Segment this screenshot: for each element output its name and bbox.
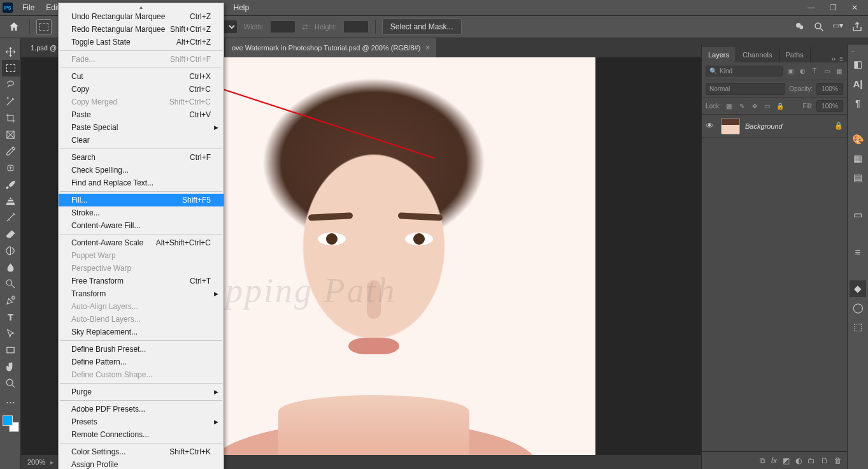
menu-item-define-pattern[interactable]: Define Pattern... (59, 356, 224, 368)
lock-transparent-icon[interactable]: ▩ (725, 102, 734, 111)
panel-menu-icon[interactable]: ≡ (839, 55, 843, 62)
close-tab-icon[interactable]: × (425, 43, 430, 52)
adjustments-panel-icon[interactable]: ≡ (850, 243, 866, 260)
group-icon[interactable]: 🗀 (808, 456, 815, 465)
filter-type-icon[interactable]: T (810, 67, 819, 76)
character-panel-icon[interactable]: A| (850, 75, 866, 92)
menu-item-search[interactable]: SearchCtrl+F (59, 151, 224, 164)
pen-tool[interactable] (2, 292, 20, 308)
menu-item-stroke[interactable]: Stroke... (59, 206, 224, 219)
lock-position-icon[interactable]: ✥ (750, 102, 759, 111)
filter-smart-icon[interactable]: ▦ (834, 67, 843, 76)
layer-thumbnail[interactable] (721, 118, 740, 134)
color-swatches[interactable] (3, 415, 19, 432)
menu-item-define-brush-preset[interactable]: Define Brush Preset... (59, 343, 224, 356)
menu-item-transform[interactable]: Transform▶ (59, 287, 224, 300)
menu-item-adobe-pdf-presets[interactable]: Adobe PDF Presets... (59, 403, 224, 415)
cloud-docs-icon[interactable] (794, 21, 806, 32)
filter-adjust-icon[interactable]: ◐ (798, 67, 807, 76)
edit-menu-dropdown[interactable]: ▲ Undo Rectangular MarqueeCtrl+ZRedo Rec… (58, 3, 224, 469)
document-tab[interactable]: 1.psd @ (24, 38, 60, 57)
share-icon[interactable] (851, 21, 863, 32)
menu-help[interactable]: Help (227, 1, 255, 15)
minimize-button[interactable]: — (800, 1, 822, 15)
scroll-up-arrow-icon[interactable]: ▲ (59, 5, 224, 10)
dodge-tool[interactable] (2, 275, 20, 292)
menu-file[interactable]: File (17, 1, 40, 15)
libraries-panel-icon[interactable]: ◯ (850, 299, 866, 316)
search-icon[interactable] (813, 21, 825, 32)
menu-item-remote-connections[interactable]: Remote Connections... (59, 428, 224, 441)
adjustment-layer-icon[interactable]: ◐ (795, 456, 802, 465)
magic-wand-tool[interactable] (2, 93, 20, 110)
fill-input[interactable]: 100% (816, 100, 843, 112)
rectangular-marquee-tool[interactable] (2, 60, 20, 76)
menu-item-check-spelling[interactable]: Check Spelling... (59, 164, 224, 177)
close-button[interactable]: ✕ (844, 1, 865, 15)
home-button[interactable] (5, 18, 23, 36)
lock-artboard-icon[interactable]: ▭ (763, 102, 772, 111)
layer-name[interactable]: Background (745, 122, 829, 130)
collapse-icon[interactable]: ›› (831, 55, 836, 62)
history-brush-tool[interactable] (2, 209, 20, 226)
select-and-mask-button[interactable]: Select and Mask... (382, 18, 462, 35)
foreground-color-swatch[interactable] (3, 415, 13, 426)
lasso-tool[interactable] (2, 76, 20, 93)
eraser-tool[interactable] (2, 226, 20, 242)
marquee-tool-preset[interactable] (36, 19, 52, 34)
restore-button[interactable]: ❐ (822, 1, 844, 15)
layer-mask-icon[interactable]: ◩ (783, 456, 790, 465)
move-tool[interactable] (2, 43, 20, 60)
document-tab-active[interactable]: ove Watermark in Photoshop Tutorial.psd … (225, 38, 436, 57)
path-selection-tool[interactable] (2, 325, 20, 342)
blend-mode-select[interactable]: Normal (706, 83, 785, 95)
eyedropper-tool[interactable] (2, 143, 20, 159)
menu-item-toggle-last-state[interactable]: Toggle Last StateAlt+Ctrl+Z (59, 36, 224, 48)
patterns-panel-icon[interactable]: ▤ (850, 170, 866, 186)
menu-item-cut[interactable]: CutCtrl+X (59, 70, 224, 83)
rail-handle-icon[interactable]: •• (851, 48, 864, 54)
menu-item-fill[interactable]: Fill...Shift+F5 (59, 194, 224, 206)
filter-shape-icon[interactable]: ▭ (822, 67, 831, 76)
menu-item-content-aware-fill[interactable]: Content-Aware Fill... (59, 219, 224, 232)
lock-paint-icon[interactable]: ✎ (737, 102, 746, 111)
gradient-tool[interactable] (2, 242, 20, 259)
gradients-panel-icon[interactable]: ▦ (850, 150, 866, 167)
menu-item-color-settings[interactable]: Color Settings...Shift+Ctrl+K (59, 445, 224, 458)
chevron-right-icon[interactable]: ▸ (50, 458, 54, 466)
tab-channels[interactable]: Channels (736, 47, 779, 62)
delete-layer-icon[interactable]: 🗑 (834, 456, 842, 465)
zoom-tool[interactable] (2, 375, 20, 391)
layer-list[interactable]: 👁 Background 🔒 (702, 115, 847, 451)
edit-toolbar-icon[interactable]: ⋯ (2, 394, 20, 410)
lock-all-icon[interactable]: 🔒 (776, 102, 785, 111)
type-tool[interactable]: T (2, 308, 20, 325)
menu-item-copy[interactable]: CopyCtrl+C (59, 83, 224, 96)
crop-tool[interactable] (2, 110, 20, 126)
swap-wh-icon[interactable]: ⇄ (302, 22, 308, 31)
width-input[interactable] (270, 20, 295, 33)
new-layer-icon[interactable]: 🗋 (821, 456, 829, 465)
workspace-icon[interactable]: ▭▾ (832, 21, 844, 32)
menu-item-paste-special[interactable]: Paste Special▶ (59, 121, 224, 134)
menu-item-paste[interactable]: PasteCtrl+V (59, 108, 224, 121)
menu-item-find-and-replace-text[interactable]: Find and Replace Text... (59, 177, 224, 189)
menu-item-purge[interactable]: Purge▶ (59, 386, 224, 398)
menu-item-sky-replacement[interactable]: Sky Replacement... (59, 326, 224, 338)
menu-item-content-aware-scale[interactable]: Content-Aware ScaleAlt+Shift+Ctrl+C (59, 236, 224, 249)
tab-paths[interactable]: Paths (779, 47, 811, 62)
color-panel-icon[interactable]: ◧ (850, 56, 866, 73)
zoom-level[interactable]: 200% (27, 458, 45, 466)
hand-tool[interactable] (2, 358, 20, 375)
menu-item-undo-rectangular-marquee[interactable]: Undo Rectangular MarqueeCtrl+Z (59, 10, 224, 23)
properties-panel-icon[interactable]: ▭ (850, 206, 866, 223)
opacity-input[interactable]: 100% (816, 83, 843, 95)
height-input[interactable] (343, 20, 369, 33)
menu-item-clear[interactable]: Clear (59, 134, 224, 147)
paragraph-panel-icon[interactable]: ¶ (850, 94, 866, 111)
clone-stamp-tool[interactable] (2, 192, 20, 209)
menu-item-presets[interactable]: Presets▶ (59, 415, 224, 428)
menu-item-free-transform[interactable]: Free TransformCtrl+T (59, 275, 224, 287)
brush-tool[interactable] (2, 176, 20, 192)
menu-item-redo-rectangular-marquee[interactable]: Redo Rectangular MarqueeShift+Ctrl+Z (59, 23, 224, 36)
